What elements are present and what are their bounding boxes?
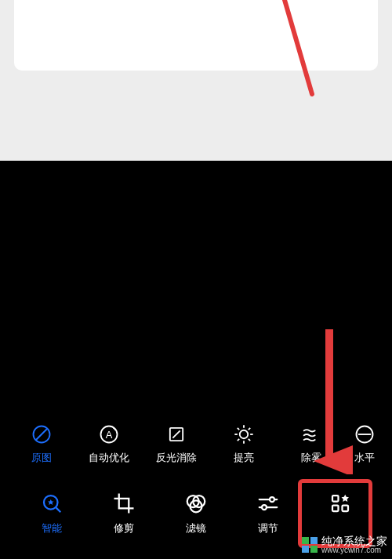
auto-optimize-icon: A (97, 423, 121, 446)
smart-magnify-icon (40, 492, 64, 515)
dehaze-icon (299, 423, 323, 446)
nav-item-adjust[interactable]: 调节 (232, 492, 304, 535)
prohibit-icon (30, 423, 53, 446)
crop-icon (112, 492, 136, 515)
svg-rect-30 (302, 537, 309, 544)
watermark-name: 纯净系统之家 (321, 535, 387, 546)
glare-remove-icon (165, 423, 188, 446)
nav-item-filter[interactable]: 滤镜 (160, 492, 232, 535)
nav-item-label: 修剪 (114, 521, 134, 535)
edit-item-label: 反光消除 (156, 451, 197, 465)
svg-line-14 (249, 428, 250, 430)
svg-point-25 (262, 505, 267, 510)
bottom-nav-row: 智能 修剪 滤镜 调节 更多 (0, 485, 392, 542)
svg-line-11 (238, 428, 239, 430)
nav-item-label: 调节 (258, 521, 278, 535)
edit-item-original[interactable]: 原图 (8, 423, 75, 465)
edit-tools-row: 原图 A 自动优化 反光消除 提亮 除雾 水平 (0, 416, 392, 471)
svg-line-1 (36, 429, 47, 440)
edit-item-level[interactable]: 水平 (345, 423, 384, 465)
image-card (14, 0, 378, 71)
edit-item-dehaze[interactable]: 除雾 (278, 423, 345, 465)
nav-item-smart[interactable]: 智能 (16, 492, 88, 535)
watermark: 纯净系统之家 www.ycwin7.com (301, 535, 387, 554)
svg-point-23 (270, 497, 274, 502)
preview-area (0, 0, 392, 161)
nav-item-crop[interactable]: 修剪 (88, 492, 160, 535)
edit-item-label: 水平 (354, 451, 375, 465)
svg-rect-26 (332, 495, 339, 502)
svg-line-13 (238, 439, 239, 441)
nav-item-more[interactable]: 更多 (304, 492, 376, 535)
level-icon (353, 423, 376, 446)
svg-line-18 (56, 508, 61, 513)
edit-item-glare-remove[interactable]: 反光消除 (143, 423, 210, 465)
nav-item-label: 滤镜 (186, 521, 206, 535)
watermark-logo-icon (301, 536, 318, 554)
svg-line-12 (249, 439, 250, 441)
svg-rect-32 (302, 546, 309, 553)
svg-text:A: A (106, 429, 113, 441)
edit-item-auto-optimize[interactable]: A 自动优化 (75, 423, 143, 465)
svg-rect-33 (310, 546, 318, 553)
nav-item-label: 智能 (42, 521, 62, 535)
edit-item-brighten[interactable]: 提亮 (210, 423, 278, 465)
svg-point-6 (240, 430, 249, 439)
grid-icon (328, 492, 352, 515)
svg-rect-28 (343, 506, 349, 512)
edit-item-label: 自动优化 (89, 451, 129, 465)
svg-rect-31 (310, 537, 318, 544)
edit-item-label: 除雾 (301, 451, 321, 465)
filter-icon (184, 492, 208, 515)
brighten-icon (232, 423, 256, 446)
svg-line-5 (172, 430, 180, 437)
adjust-icon (256, 492, 280, 515)
watermark-url: www.ycwin7.com (321, 546, 387, 554)
svg-rect-27 (332, 506, 339, 512)
edit-item-label: 原图 (31, 451, 52, 465)
edit-item-label: 提亮 (234, 451, 254, 465)
